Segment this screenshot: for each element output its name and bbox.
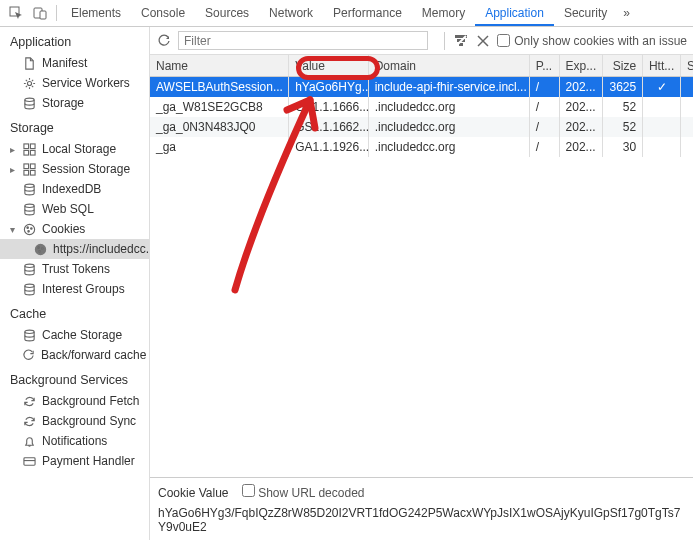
sidebar-resizer[interactable] bbox=[145, 27, 149, 540]
sidebar-item[interactable]: Service Workers bbox=[0, 73, 149, 93]
cell: 3625 bbox=[603, 77, 643, 97]
sidebar-item[interactable]: https://includedcc.org bbox=[0, 239, 149, 259]
tab-memory[interactable]: Memory bbox=[412, 0, 475, 26]
sidebar-item-label: Session Storage bbox=[42, 162, 130, 176]
cell: / bbox=[530, 77, 560, 97]
sync-icon bbox=[22, 414, 36, 428]
svg-point-24 bbox=[24, 284, 33, 287]
card-icon bbox=[22, 454, 36, 468]
svg-point-21 bbox=[42, 247, 43, 248]
sidebar-item[interactable]: Notifications bbox=[0, 431, 149, 451]
svg-rect-11 bbox=[23, 170, 28, 175]
svg-rect-6 bbox=[30, 143, 35, 148]
sidebar-item[interactable]: Payment Handler bbox=[0, 451, 149, 471]
table-row[interactable]: _gaGA1.1.1926....includedcc.org/202...30 bbox=[150, 137, 693, 157]
db-icon bbox=[22, 282, 36, 296]
table-row[interactable]: AWSELBAuthSession...hYaGo6HYg...include-… bbox=[150, 77, 693, 97]
svg-point-19 bbox=[35, 244, 45, 254]
svg-point-23 bbox=[24, 264, 33, 267]
sidebar-item[interactable]: Background Sync bbox=[0, 411, 149, 431]
col-value[interactable]: Value bbox=[289, 55, 369, 76]
col-domain[interactable]: Domain bbox=[369, 55, 530, 76]
col-expires[interactable]: Exp... bbox=[560, 55, 604, 76]
cell: / bbox=[530, 137, 560, 157]
detail-value[interactable]: hYaGo6HYg3/FqbIQzZ8rW85D20I2VRT1fdOG242P… bbox=[158, 506, 685, 534]
url-decoded-input[interactable] bbox=[242, 484, 255, 497]
tab-elements[interactable]: Elements bbox=[61, 0, 131, 26]
cell: 202... bbox=[560, 137, 604, 157]
inspect-icon[interactable] bbox=[8, 5, 24, 21]
sidebar-item[interactable]: Background Fetch bbox=[0, 391, 149, 411]
col-path[interactable]: P... bbox=[530, 55, 560, 76]
sidebar-item[interactable]: Manifest bbox=[0, 53, 149, 73]
svg-rect-5 bbox=[23, 143, 28, 148]
tab-console[interactable]: Console bbox=[131, 0, 195, 26]
delete-icon[interactable] bbox=[475, 33, 491, 49]
svg-rect-10 bbox=[30, 163, 35, 168]
cell: 202... bbox=[560, 117, 604, 137]
application-sidebar: ApplicationManifestService WorkersStorag… bbox=[0, 27, 150, 540]
sidebar-item[interactable]: ▸Local Storage bbox=[0, 139, 149, 159]
sidebar-item-label: Trust Tokens bbox=[42, 262, 110, 276]
sidebar-item-label: Back/forward cache bbox=[41, 348, 146, 362]
only-issues-input[interactable] bbox=[497, 34, 510, 47]
cookies-table: Name Value Domain P... Exp... Size Htt..… bbox=[150, 55, 693, 477]
svg-point-18 bbox=[27, 230, 28, 231]
col-size[interactable]: Size bbox=[603, 55, 643, 76]
disclosure-triangle-icon[interactable]: ▸ bbox=[10, 164, 15, 175]
cookiesel-icon bbox=[34, 242, 47, 256]
svg-point-20 bbox=[38, 246, 39, 247]
svg-point-14 bbox=[24, 204, 33, 207]
refresh-icon[interactable] bbox=[156, 33, 172, 49]
svg-point-17 bbox=[30, 227, 31, 228]
sidebar-item-label: Background Sync bbox=[42, 414, 136, 428]
db-icon bbox=[22, 96, 36, 110]
sidebar-item[interactable]: Interest Groups bbox=[0, 279, 149, 299]
table-row[interactable]: _ga_W81SE2GCB8GS1.1.1666....includedcc.o… bbox=[150, 97, 693, 117]
cell: .includedcc.org bbox=[369, 137, 530, 157]
cell bbox=[681, 117, 693, 137]
cell bbox=[643, 117, 681, 137]
sidebar-item[interactable]: Cache Storage bbox=[0, 325, 149, 345]
tab-security[interactable]: Security bbox=[554, 0, 617, 26]
col-secure[interactable]: Se... bbox=[681, 55, 693, 76]
sidebar-item[interactable]: Storage bbox=[0, 93, 149, 113]
cell: GS1.1.1662... bbox=[289, 117, 369, 137]
sidebar-item[interactable]: Back/forward cache bbox=[0, 345, 149, 365]
url-decoded-checkbox[interactable]: Show URL decoded bbox=[242, 486, 365, 500]
cell: include-api-fhir-service.incl... bbox=[369, 77, 530, 97]
tab-application[interactable]: Application bbox=[475, 0, 554, 26]
tab-sources[interactable]: Sources bbox=[195, 0, 259, 26]
sidebar-group-title: Background Services bbox=[0, 365, 149, 391]
disclosure-triangle-icon[interactable]: ▾ bbox=[10, 224, 15, 235]
sidebar-item-label: Interest Groups bbox=[42, 282, 125, 296]
svg-rect-7 bbox=[23, 150, 28, 155]
tab-performance[interactable]: Performance bbox=[323, 0, 412, 26]
sidebar-item[interactable]: ▾Cookies bbox=[0, 219, 149, 239]
sidebar-item[interactable]: Web SQL bbox=[0, 199, 149, 219]
disclosure-triangle-icon[interactable]: ▸ bbox=[10, 144, 15, 155]
only-issues-checkbox[interactable]: Only show cookies with an issue bbox=[497, 34, 687, 48]
clear-filter-icon[interactable] bbox=[453, 33, 469, 49]
sidebar-item[interactable]: Trust Tokens bbox=[0, 259, 149, 279]
col-name[interactable]: Name bbox=[150, 55, 289, 76]
gear-icon bbox=[22, 76, 36, 90]
cell: _ga_0N3N483JQ0 bbox=[150, 117, 289, 137]
device-icon[interactable] bbox=[32, 5, 48, 21]
filter-input[interactable] bbox=[178, 31, 428, 50]
sidebar-item[interactable]: IndexedDB bbox=[0, 179, 149, 199]
sidebar-item-label: Service Workers bbox=[42, 76, 130, 90]
sidebar-item-label: Cookies bbox=[42, 222, 85, 236]
cell: .includedcc.org bbox=[369, 97, 530, 117]
cell bbox=[681, 97, 693, 117]
svg-point-13 bbox=[24, 184, 33, 187]
col-httponly[interactable]: Htt... bbox=[643, 55, 681, 76]
svg-point-4 bbox=[24, 98, 33, 101]
svg-point-3 bbox=[27, 81, 31, 85]
cell: 202... bbox=[560, 97, 604, 117]
table-row[interactable]: _ga_0N3N483JQ0GS1.1.1662....includedcc.o… bbox=[150, 117, 693, 137]
cookie-icon bbox=[22, 222, 36, 236]
tab-network[interactable]: Network bbox=[259, 0, 323, 26]
more-tabs-icon[interactable]: » bbox=[617, 0, 636, 26]
sidebar-item[interactable]: ▸Session Storage bbox=[0, 159, 149, 179]
